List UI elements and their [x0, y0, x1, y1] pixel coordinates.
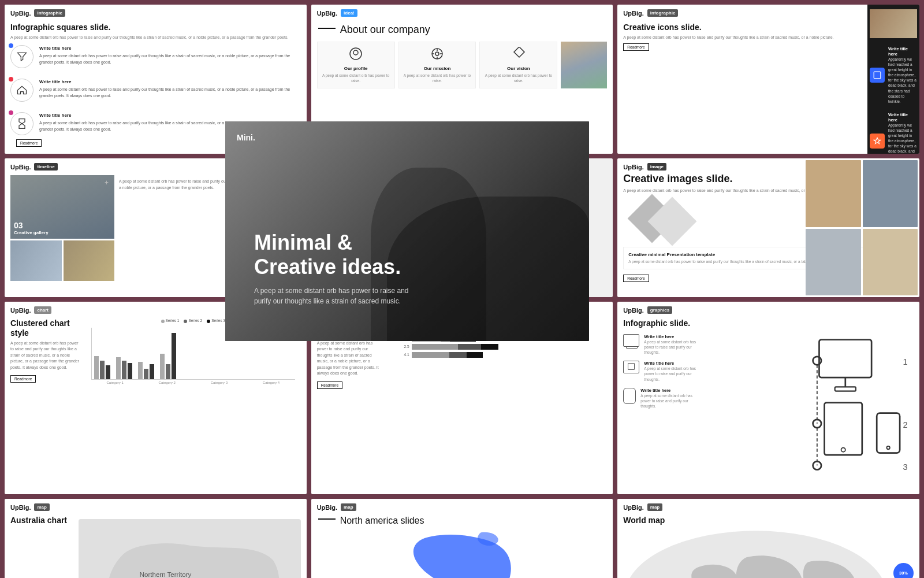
svg-rect-14 — [877, 413, 900, 453]
svg-rect-6 — [874, 72, 881, 79]
svg-text:2: 2 — [903, 420, 908, 429]
card-profile-label: Our profile — [344, 66, 368, 71]
bar-2c — [128, 363, 132, 379]
bar-1a — [94, 356, 99, 379]
bar-1b — [100, 361, 105, 379]
slide-australia[interactable]: UpBig. map Australia chart Northern Terr… — [5, 499, 307, 578]
badge-gallery: timeline — [34, 163, 57, 171]
brand-chart: UpBig. — [10, 307, 31, 314]
infographic-item-2: Write title here A peep at some distant … — [623, 361, 698, 381]
stacked-row-3: 2.5 — [392, 344, 602, 350]
badge-infographic-r: graphics — [647, 306, 672, 314]
icon-badge-circle-orange — [870, 134, 885, 149]
badge-northamerica: map — [341, 503, 356, 511]
seg-3c — [481, 344, 498, 350]
bar-3b — [144, 369, 148, 379]
img-2 — [863, 160, 918, 227]
legend-3: Series 3 — [207, 318, 225, 323]
about-cards: Our profile A peep at some distant orb h… — [311, 42, 613, 94]
bar-4c — [172, 333, 176, 379]
gallery-number: 03 — [14, 221, 49, 230]
brand-australia: UpBig. — [10, 504, 31, 511]
legend-1: Series 1 — [161, 318, 180, 323]
item3-text: A peep at some distant orb has power to … — [640, 393, 698, 409]
seg-4b — [449, 352, 467, 358]
featured-subtitle: A peep at some distant orb has power to … — [254, 286, 416, 306]
pie-russia-circle: 30% — [893, 563, 914, 578]
stacked-readmore[interactable]: Readmore — [317, 381, 342, 389]
x-labels: Category 1 Category 2 Category 3 Categor… — [91, 381, 295, 384]
svg-point-1 — [435, 52, 439, 55]
badge-images: image — [647, 163, 666, 171]
readmore-btn[interactable]: Readmore — [16, 139, 42, 147]
card-mission-text: A peep at some distant orb has power to … — [404, 73, 471, 83]
row1-title: Write title here — [39, 45, 301, 52]
row3-title: Write title here — [39, 112, 301, 119]
featured-title-line1: Minimal & Creative ideas. — [254, 231, 416, 279]
slide-creative-icons[interactable]: UpBig. Infographic Creative icons slide.… — [617, 5, 919, 154]
bar-group-1 — [94, 356, 110, 379]
svg-point-16 — [813, 357, 822, 365]
brand-world: UpBig. — [623, 504, 643, 511]
australia-title: Australia chart — [10, 516, 74, 525]
bar-2b — [122, 361, 126, 379]
mini-logo: Mini. — [237, 133, 255, 142]
icon-badges-col: Write title here Apparently we had reach… — [867, 5, 919, 154]
bar-group-3 — [138, 362, 154, 379]
icon-badge-text-2: Write title here Apparently we had reach… — [888, 112, 917, 154]
bar-4b — [166, 364, 170, 379]
img-4 — [863, 229, 918, 296]
slide-creative-images[interactable]: UpBig. image Creative images slide. A pe… — [617, 158, 919, 297]
infographic-r-title: Infographic slide. — [623, 318, 698, 328]
icon-badge-circle-blue — [870, 68, 885, 83]
svg-point-15 — [887, 446, 890, 449]
slide-infographic-right[interactable]: UpBig. graphics Infographic slide. Write… — [617, 302, 919, 494]
clustered-body: A peep at some distant orb has power to … — [10, 340, 80, 371]
legend-2: Series 2 — [184, 318, 202, 323]
slide-body: A peep at some distant orb has power to … — [10, 35, 301, 41]
creative-icons-title: Creative icons slide. — [623, 23, 862, 32]
brand-label: UpBig. — [10, 10, 31, 17]
item1-title: Write title here — [644, 334, 698, 339]
badge-infographic: Infographic — [34, 9, 65, 17]
about-card-profile: Our profile A peep at some distant orb h… — [317, 42, 395, 88]
bar-3c — [150, 364, 154, 379]
bar-group-4 — [160, 333, 176, 379]
featured-slide[interactable]: Mini. Minimal & Creative ideas. A peep a… — [225, 121, 589, 341]
seg-4a — [412, 352, 449, 358]
world-title: World map — [623, 516, 889, 525]
dot-pink — [9, 110, 13, 115]
card-vision-label: Our vision — [507, 66, 530, 71]
badge-world: map — [647, 503, 662, 511]
about-card-vision: Our vision A peep at some distant orb ha… — [479, 42, 557, 88]
bar-4a — [160, 354, 165, 379]
bar-1c — [106, 365, 110, 379]
infographic-row-2: Write title hereA peep at some distant o… — [10, 79, 301, 102]
item2-text: A peep at some distant orb has power to … — [644, 366, 698, 381]
icon-hourglass — [10, 112, 33, 135]
clustered-readmore[interactable]: Readmore — [10, 375, 36, 383]
pie-circles: 30% Russia 50% Europe — [893, 516, 914, 578]
stacked-body: A peep at some distant orb has power to … — [317, 340, 381, 377]
badge-about: Idea! — [341, 9, 357, 17]
stacked-row-4: 4.1 — [392, 352, 602, 358]
icon-badge-1: Write title here Apparently we had reach… — [870, 46, 917, 104]
brand-about: UpBig. — [317, 10, 337, 17]
card-mission-label: Our mission — [424, 66, 451, 71]
creative-images-readmore[interactable]: Readmore — [623, 275, 649, 282]
about-icon-vision — [512, 47, 526, 64]
slide-north-america[interactable]: UpBig. map North america slides — [311, 499, 613, 578]
world-map-area — [623, 529, 889, 578]
icon-badge-text-1: Write title here Apparently we had reach… — [888, 46, 917, 104]
row2-title: Write title here — [39, 79, 301, 86]
brand-images: UpBig. — [623, 164, 643, 171]
badge-chart: chart — [34, 306, 51, 314]
seg-4c — [467, 352, 483, 358]
seg-3a — [412, 344, 458, 350]
creative-icons-readmore[interactable]: Readmore — [623, 43, 649, 51]
svg-text:Northern Territory: Northern Territory — [140, 571, 192, 578]
svg-rect-11 — [835, 387, 856, 391]
slide-world-map[interactable]: UpBig. map World map — [617, 499, 919, 578]
gallery-title-label: Creative gallery — [14, 230, 49, 235]
na-sep — [318, 518, 336, 520]
